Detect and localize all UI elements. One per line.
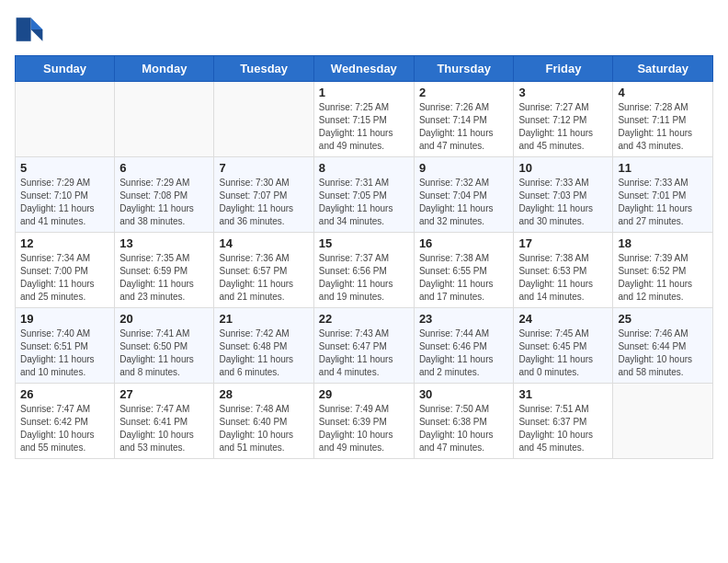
calendar-cell: 13Sunrise: 7:35 AM Sunset: 6:59 PM Dayli… — [115, 233, 214, 308]
logo — [15, 15, 48, 44]
day-info: Sunrise: 7:48 AM Sunset: 6:40 PM Dayligh… — [219, 403, 308, 454]
calendar-cell: 1Sunrise: 7:25 AM Sunset: 7:15 PM Daylig… — [313, 82, 414, 157]
calendar-cell: 7Sunrise: 7:30 AM Sunset: 7:07 PM Daylig… — [214, 157, 313, 233]
calendar-table: SundayMondayTuesdayWednesdayThursdayFrid… — [15, 55, 713, 459]
calendar-cell: 18Sunrise: 7:39 AM Sunset: 6:52 PM Dayli… — [613, 233, 713, 308]
day-info: Sunrise: 7:26 AM Sunset: 7:14 PM Dayligh… — [419, 101, 509, 153]
calendar-cell: 20Sunrise: 7:41 AM Sunset: 6:50 PM Dayli… — [115, 308, 214, 384]
day-info: Sunrise: 7:38 AM Sunset: 6:53 PM Dayligh… — [518, 252, 608, 304]
calendar-cell: 6Sunrise: 7:29 AM Sunset: 7:08 PM Daylig… — [115, 157, 214, 233]
day-info: Sunrise: 7:33 AM Sunset: 7:03 PM Dayligh… — [518, 177, 608, 228]
day-info: Sunrise: 7:47 AM Sunset: 6:42 PM Dayligh… — [20, 403, 109, 454]
day-info: Sunrise: 7:51 AM Sunset: 6:37 PM Dayligh… — [518, 403, 608, 454]
day-number: 23 — [419, 312, 509, 326]
day-header-wednesday: Wednesday — [313, 56, 414, 82]
calendar-cell: 29Sunrise: 7:49 AM Sunset: 6:39 PM Dayli… — [313, 384, 414, 459]
day-info: Sunrise: 7:47 AM Sunset: 6:41 PM Dayligh… — [119, 403, 209, 454]
calendar-cell: 14Sunrise: 7:36 AM Sunset: 6:57 PM Dayli… — [214, 233, 313, 308]
calendar-cell: 4Sunrise: 7:28 AM Sunset: 7:11 PM Daylig… — [613, 82, 713, 157]
day-info: Sunrise: 7:29 AM Sunset: 7:08 PM Dayligh… — [119, 177, 209, 228]
day-number: 22 — [319, 312, 409, 326]
calendar-cell: 16Sunrise: 7:38 AM Sunset: 6:55 PM Dayli… — [414, 233, 514, 308]
day-header-friday: Friday — [514, 56, 613, 82]
calendar-header-row: SundayMondayTuesdayWednesdayThursdayFrid… — [16, 56, 713, 82]
day-number: 6 — [119, 161, 209, 175]
day-info: Sunrise: 7:31 AM Sunset: 7:05 PM Dayligh… — [319, 177, 409, 228]
day-number: 2 — [419, 86, 509, 99]
day-info: Sunrise: 7:28 AM Sunset: 7:11 PM Dayligh… — [618, 101, 708, 153]
calendar-cell: 9Sunrise: 7:32 AM Sunset: 7:04 PM Daylig… — [414, 157, 514, 233]
day-header-thursday: Thursday — [414, 56, 514, 82]
calendar-cell: 19Sunrise: 7:40 AM Sunset: 6:51 PM Dayli… — [16, 308, 115, 384]
day-info: Sunrise: 7:45 AM Sunset: 6:45 PM Dayligh… — [518, 327, 608, 379]
calendar-week-row: 19Sunrise: 7:40 AM Sunset: 6:51 PM Dayli… — [16, 308, 713, 384]
calendar-cell: 22Sunrise: 7:43 AM Sunset: 6:47 PM Dayli… — [313, 308, 414, 384]
day-number: 4 — [618, 86, 708, 99]
day-number: 21 — [219, 312, 308, 326]
day-info: Sunrise: 7:29 AM Sunset: 7:10 PM Dayligh… — [20, 177, 109, 228]
day-info: Sunrise: 7:50 AM Sunset: 6:38 PM Dayligh… — [419, 403, 509, 454]
day-number: 10 — [518, 161, 608, 175]
day-number: 15 — [319, 236, 409, 250]
day-info: Sunrise: 7:42 AM Sunset: 6:48 PM Dayligh… — [219, 327, 308, 379]
day-info: Sunrise: 7:49 AM Sunset: 6:39 PM Dayligh… — [319, 403, 409, 454]
day-header-monday: Monday — [115, 56, 214, 82]
calendar-cell: 2Sunrise: 7:26 AM Sunset: 7:14 PM Daylig… — [414, 82, 514, 157]
day-info: Sunrise: 7:38 AM Sunset: 6:55 PM Dayligh… — [419, 252, 509, 304]
day-number: 18 — [618, 236, 708, 250]
day-number: 24 — [518, 312, 608, 326]
svg-rect-2 — [17, 17, 31, 41]
calendar-cell: 15Sunrise: 7:37 AM Sunset: 6:56 PM Dayli… — [313, 233, 414, 308]
day-number: 3 — [518, 86, 608, 99]
day-number: 1 — [319, 86, 409, 99]
day-header-sunday: Sunday — [16, 56, 115, 82]
day-number: 30 — [419, 387, 509, 401]
calendar-cell: 21Sunrise: 7:42 AM Sunset: 6:48 PM Dayli… — [214, 308, 313, 384]
day-number: 14 — [219, 236, 308, 250]
day-number: 20 — [119, 312, 209, 326]
calendar-week-row: 5Sunrise: 7:29 AM Sunset: 7:10 PM Daylig… — [16, 157, 713, 233]
calendar-cell: 30Sunrise: 7:50 AM Sunset: 6:38 PM Dayli… — [414, 384, 514, 459]
day-number: 11 — [618, 161, 708, 175]
calendar-cell: 10Sunrise: 7:33 AM Sunset: 7:03 PM Dayli… — [514, 157, 613, 233]
day-info: Sunrise: 7:32 AM Sunset: 7:04 PM Dayligh… — [419, 177, 509, 228]
day-number: 17 — [518, 236, 608, 250]
day-number: 31 — [518, 387, 608, 401]
calendar-cell: 26Sunrise: 7:47 AM Sunset: 6:42 PM Dayli… — [16, 384, 115, 459]
day-number: 7 — [219, 161, 308, 175]
day-info: Sunrise: 7:30 AM Sunset: 7:07 PM Dayligh… — [219, 177, 308, 228]
day-info: Sunrise: 7:34 AM Sunset: 7:00 PM Dayligh… — [20, 252, 109, 304]
day-number: 13 — [119, 236, 209, 250]
day-info: Sunrise: 7:39 AM Sunset: 6:52 PM Dayligh… — [618, 252, 708, 304]
calendar-cell: 3Sunrise: 7:27 AM Sunset: 7:12 PM Daylig… — [514, 82, 613, 157]
calendar-cell — [16, 82, 115, 157]
calendar-cell: 24Sunrise: 7:45 AM Sunset: 6:45 PM Dayli… — [514, 308, 613, 384]
day-number: 29 — [319, 387, 409, 401]
day-info: Sunrise: 7:46 AM Sunset: 6:44 PM Dayligh… — [618, 327, 708, 379]
calendar-cell — [613, 384, 713, 459]
day-number: 26 — [20, 387, 109, 401]
calendar-cell: 23Sunrise: 7:44 AM Sunset: 6:46 PM Dayli… — [414, 308, 514, 384]
day-number: 27 — [119, 387, 209, 401]
svg-marker-0 — [31, 17, 43, 29]
day-number: 28 — [219, 387, 308, 401]
calendar-cell: 28Sunrise: 7:48 AM Sunset: 6:40 PM Dayli… — [214, 384, 313, 459]
calendar-cell: 8Sunrise: 7:31 AM Sunset: 7:05 PM Daylig… — [313, 157, 414, 233]
day-info: Sunrise: 7:44 AM Sunset: 6:46 PM Dayligh… — [419, 327, 509, 379]
day-info: Sunrise: 7:25 AM Sunset: 7:15 PM Dayligh… — [319, 101, 409, 153]
calendar-week-row: 12Sunrise: 7:34 AM Sunset: 7:00 PM Dayli… — [16, 233, 713, 308]
calendar-week-row: 26Sunrise: 7:47 AM Sunset: 6:42 PM Dayli… — [16, 384, 713, 459]
day-info: Sunrise: 7:43 AM Sunset: 6:47 PM Dayligh… — [319, 327, 409, 379]
calendar-cell: 11Sunrise: 7:33 AM Sunset: 7:01 PM Dayli… — [613, 157, 713, 233]
day-info: Sunrise: 7:40 AM Sunset: 6:51 PM Dayligh… — [20, 327, 109, 379]
calendar-week-row: 1Sunrise: 7:25 AM Sunset: 7:15 PM Daylig… — [16, 82, 713, 157]
calendar-cell: 12Sunrise: 7:34 AM Sunset: 7:00 PM Dayli… — [16, 233, 115, 308]
calendar-cell: 27Sunrise: 7:47 AM Sunset: 6:41 PM Dayli… — [115, 384, 214, 459]
day-info: Sunrise: 7:37 AM Sunset: 6:56 PM Dayligh… — [319, 252, 409, 304]
calendar-cell: 5Sunrise: 7:29 AM Sunset: 7:10 PM Daylig… — [16, 157, 115, 233]
page-header — [15, 15, 713, 44]
day-info: Sunrise: 7:36 AM Sunset: 6:57 PM Dayligh… — [219, 252, 308, 304]
day-number: 12 — [20, 236, 109, 250]
day-number: 16 — [419, 236, 509, 250]
logo-icon — [15, 15, 44, 44]
